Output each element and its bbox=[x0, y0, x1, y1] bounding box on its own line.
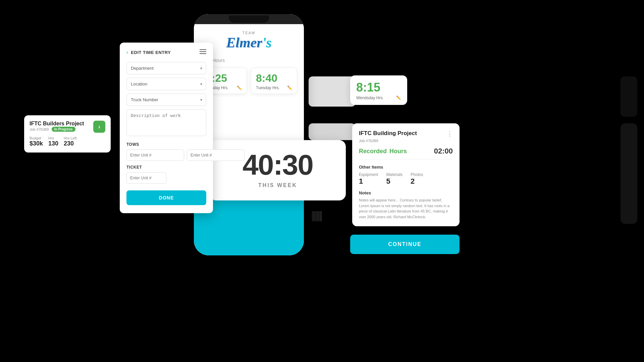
department-select-wrapper: Department ▾ bbox=[126, 62, 206, 74]
done-button[interactable]: DONE bbox=[126, 190, 206, 205]
hamburger-line-3 bbox=[200, 53, 206, 54]
wednesday-label: Wendsday Hrs. bbox=[356, 96, 384, 100]
tows-inputs bbox=[126, 149, 206, 161]
edit-time-title: EDIT TIME ENTRY bbox=[131, 50, 171, 55]
project-card-title: IFTC Builders Project bbox=[30, 121, 84, 127]
wednesday-card: 8:15 Wendsday Hrs. ✏️ bbox=[350, 75, 407, 105]
photos-label: Photos bbox=[411, 172, 423, 177]
elmers-logo: Elmer's bbox=[226, 36, 271, 50]
building-card-header: IFTC Building Project ⋮ bbox=[359, 130, 453, 137]
wednesday-edit-icon[interactable]: ✏️ bbox=[396, 96, 401, 100]
hours-label: Hours bbox=[389, 148, 407, 155]
tuesday-day-row: Tuesday Hrs. ✏️ bbox=[256, 85, 292, 90]
equipment-value: 1 bbox=[359, 177, 378, 186]
recorded-hours-row: Recorded Hours 02:00 bbox=[359, 147, 453, 160]
notes-label: Notes bbox=[359, 190, 453, 195]
materials-item: Materials 5 bbox=[386, 172, 402, 186]
other-items-label: Other Items bbox=[359, 165, 453, 170]
budget-stat: Budget $30k bbox=[30, 136, 43, 147]
edit-time-panel: ‹ EDIT TIME ENTRY Department ▾ Location … bbox=[120, 43, 213, 213]
continue-button[interactable]: CONTINUE bbox=[350, 235, 460, 254]
building-card-title: IFTC Building Project bbox=[359, 130, 417, 137]
tuesday-hours-card: 8:40 Tuesday Hrs. ✏️ bbox=[251, 68, 297, 94]
equipment-item: Equipment 1 bbox=[359, 172, 378, 186]
truck-select[interactable]: Truck Number bbox=[126, 94, 206, 106]
hrs-left-stat: Hrs Left 230 bbox=[64, 136, 77, 147]
photos-item: Photos 2 bbox=[411, 172, 423, 186]
wednesday-hours-value: 8:15 bbox=[356, 81, 401, 94]
location-select-wrapper: Location ▾ bbox=[126, 78, 206, 90]
project-card: IFTC Builders Project Job #76389 In Prog… bbox=[24, 115, 111, 153]
project-card-job: Job #76389 In Progress bbox=[30, 127, 84, 132]
team-label: TEAM bbox=[226, 31, 271, 35]
photos-value: 2 bbox=[411, 177, 423, 186]
hrs-stat: Hrs 130 bbox=[48, 136, 58, 147]
equipment-label: Equipment bbox=[359, 172, 378, 177]
decorative-card-1 bbox=[309, 76, 356, 107]
ticket-unit-input[interactable] bbox=[126, 172, 166, 184]
hamburger-line-1 bbox=[200, 49, 206, 50]
project-card-arrow[interactable]: › bbox=[93, 121, 105, 133]
wednesday-day-row: Wendsday Hrs. ✏️ bbox=[356, 96, 401, 100]
description-textarea[interactable] bbox=[126, 109, 206, 136]
department-select[interactable]: Department bbox=[126, 62, 206, 74]
tows-unit1-input[interactable] bbox=[126, 149, 184, 161]
timer-card: 40:30 THIS WEEK bbox=[210, 140, 346, 200]
ticket-label: TICKET bbox=[126, 165, 206, 170]
materials-value: 5 bbox=[386, 177, 402, 186]
timer-label: THIS WEEK bbox=[223, 182, 332, 188]
hours-time: 02:00 bbox=[434, 147, 453, 156]
decorative-card-4 bbox=[621, 76, 637, 117]
hours-row: 7:25 Monday Hrs. ✏️ 8:40 Tuesday Hrs. ✏️ bbox=[201, 68, 297, 94]
phone-logo: TEAM Elmer's bbox=[226, 31, 271, 50]
tows-unit2-input[interactable] bbox=[187, 149, 245, 161]
decorative-card-3 bbox=[621, 123, 637, 224]
building-card: IFTC Building Project ⋮ Job #76389 Recor… bbox=[352, 123, 460, 226]
hamburger-menu[interactable] bbox=[200, 49, 206, 54]
monday-edit-icon[interactable]: ✏️ bbox=[237, 85, 242, 90]
tuesday-edit-icon[interactable]: ✏️ bbox=[287, 85, 292, 90]
other-items-row: Equipment 1 Materials 5 Photos 2 bbox=[359, 172, 453, 186]
location-select[interactable]: Location bbox=[126, 78, 206, 90]
in-progress-badge: In Progress bbox=[52, 127, 75, 132]
decorative-card-2 bbox=[309, 123, 356, 140]
phone-notch bbox=[229, 15, 269, 23]
hamburger-line-2 bbox=[200, 51, 206, 52]
recorded-label: Recorded bbox=[359, 148, 387, 155]
tuesday-label: Tuesday Hrs. bbox=[256, 85, 280, 90]
back-icon[interactable]: ‹ bbox=[126, 49, 128, 55]
building-card-job: Job #76389 bbox=[359, 139, 453, 143]
tuesday-hours-value: 8:40 bbox=[256, 73, 292, 83]
barcode-decoration-2 bbox=[312, 211, 322, 221]
phone-notch-area bbox=[194, 14, 304, 24]
three-dots-menu[interactable]: ⋮ bbox=[447, 130, 453, 137]
notes-text: Notes will appear here... Contrary to po… bbox=[359, 197, 453, 220]
materials-label: Materials bbox=[386, 172, 402, 177]
truck-select-wrapper: Truck Number ▾ bbox=[126, 94, 206, 106]
tows-label: TOWS bbox=[126, 142, 206, 147]
